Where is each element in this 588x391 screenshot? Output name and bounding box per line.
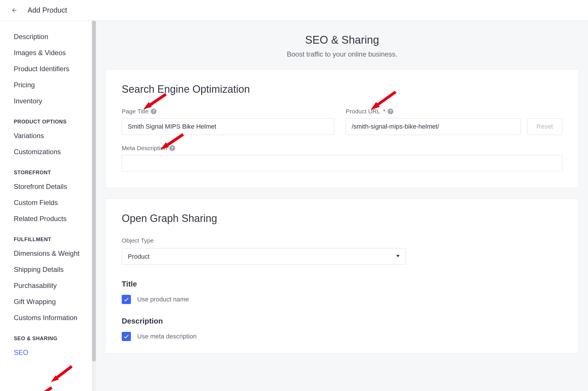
sidebar-item-storefront-details[interactable]: Storefront Details [14,179,96,195]
sidebar-item-description[interactable]: Description [14,29,96,45]
meta-description-input[interactable] [122,155,562,172]
page-title: Add Product [28,6,67,14]
reset-button[interactable]: Reset [527,118,562,135]
product-url-input[interactable] [346,118,521,135]
sidebar-scrollbar-thumb[interactable] [92,21,96,361]
sidebar-item-purchasability[interactable]: Purchasability [14,278,96,294]
object-type-label: Object Type [122,237,154,244]
meta-description-label: Meta Description ? [122,145,562,152]
sidebar-item-pricing[interactable]: Pricing [14,77,96,93]
sidebar: Description Images & Videos Product Iden… [0,21,96,391]
sidebar-section-seo-sharing: SEO & SHARING [14,326,96,344]
arrow-left-icon [11,7,18,13]
required-asterisk: * [383,108,385,115]
sidebar-item-product-identifiers[interactable]: Product Identifiers [14,61,96,77]
sidebar-section-fulfillment: FULFILLMENT [14,227,96,245]
hero-title: SEO & Sharing [105,34,579,46]
page-title-label-text: Page Title [122,108,148,115]
object-type-select[interactable]: Product [122,248,406,265]
sidebar-item-gift-wrapping[interactable]: Gift Wrapping [14,294,96,310]
svg-marker-2 [51,375,59,382]
meta-description-field: Meta Description ? [122,145,562,172]
use-product-name-label: Use product name [137,296,189,303]
sidebar-item-custom-fields[interactable]: Custom Fields [14,195,96,211]
sidebar-item-variations[interactable]: Variations [14,128,96,144]
sidebar-item-dimensions-weight[interactable]: Dimensions & Weight [14,245,96,262]
sidebar-section-product-options: PRODUCT OPTIONS [14,109,96,128]
seo-card: Search Engine Optimization Page Title ? … [105,69,579,188]
open-graph-card: Open Graph Sharing Object Type Product T… [105,198,579,353]
open-graph-title: Open Graph Sharing [122,212,562,224]
hero-subtitle: Boost traffic to your online business. [105,50,579,58]
top-bar: Add Product [0,0,588,21]
og-title-section: Title [122,280,562,289]
product-url-label: Product URL * ? [346,108,562,115]
svg-line-5 [148,94,166,106]
sidebar-item-inventory[interactable]: Inventory [14,93,96,109]
meta-description-label-text: Meta Description [122,145,167,152]
page-title-label: Page Title ? [122,108,334,115]
check-icon [123,334,129,339]
product-url-field: Product URL * ? Reset [346,108,562,135]
use-meta-description-checkbox[interactable] [122,332,131,341]
sidebar-item-customs-information[interactable]: Customs Information [14,310,96,326]
svg-line-3 [34,388,52,391]
sidebar-scrollbar[interactable] [92,21,96,391]
check-icon [123,297,129,302]
main-content: SEO & Sharing Boost traffic to your onli… [96,21,588,391]
use-product-name-checkbox[interactable] [122,295,131,304]
annotation-arrow [26,385,55,391]
page-title-input[interactable] [122,118,334,135]
object-type-field: Object Type Product [122,237,562,277]
help-icon[interactable]: ? [151,109,156,114]
sidebar-item-images-videos[interactable]: Images & Videos [14,45,96,61]
sidebar-item-customizations[interactable]: Customizations [14,144,96,160]
help-icon[interactable]: ? [169,145,175,151]
sidebar-item-seo[interactable]: SEO [14,344,96,361]
back-button[interactable] [9,5,20,16]
sidebar-item-related-products[interactable]: Related Products [14,211,96,227]
sidebar-section-storefront: STOREFRONT [14,160,96,179]
og-description-section: Description [122,317,562,326]
page-title-field: Page Title ? [122,108,334,135]
use-meta-description-label: Use meta description [137,333,197,340]
sidebar-item-shipping-details[interactable]: Shipping Details [14,262,96,278]
seo-card-title: Search Engine Optimization [122,83,562,95]
product-url-label-text: Product URL [346,108,380,115]
help-icon[interactable]: ? [388,109,393,114]
